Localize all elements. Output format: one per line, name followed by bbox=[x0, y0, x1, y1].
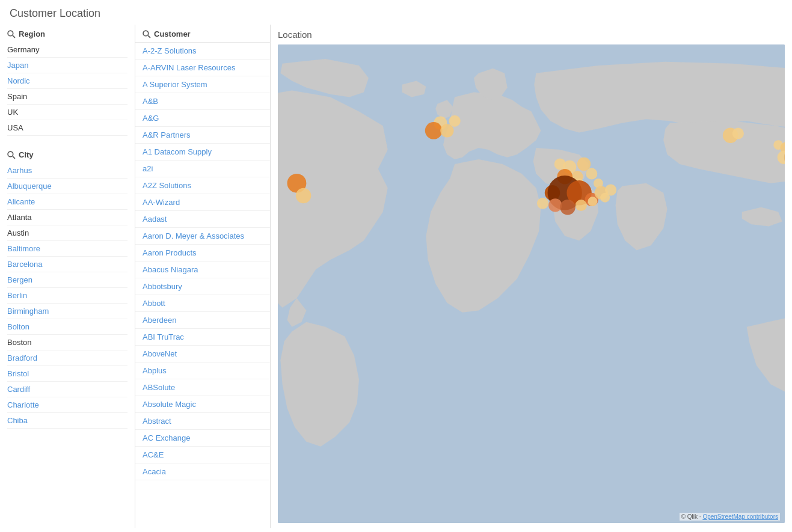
region-label: Region bbox=[19, 29, 45, 38]
city-item-aarhus[interactable]: Aarhus bbox=[7, 163, 127, 179]
city-header: City bbox=[7, 150, 127, 159]
svg-line-5 bbox=[148, 35, 150, 38]
city-item-chiba[interactable]: Chiba bbox=[7, 413, 127, 429]
list-item[interactable]: A&R Partners bbox=[135, 127, 270, 144]
svg-point-4 bbox=[143, 31, 149, 36]
list-item[interactable]: A Superior System bbox=[135, 76, 270, 93]
list-item[interactable]: Abbott bbox=[135, 295, 270, 312]
svg-point-27 bbox=[537, 198, 548, 209]
city-item-bergen[interactable]: Bergen bbox=[7, 272, 127, 288]
list-item[interactable]: AboveNet bbox=[135, 346, 270, 362]
svg-line-3 bbox=[13, 156, 15, 159]
city-item-albuquerque[interactable]: Albuquerque bbox=[7, 179, 127, 194]
svg-point-12 bbox=[449, 115, 461, 127]
svg-point-28 bbox=[548, 198, 562, 212]
list-item[interactable]: A-ARVIN Laser Resources bbox=[135, 60, 270, 76]
list-item[interactable]: Aadast bbox=[135, 211, 270, 228]
search-icon-customer bbox=[143, 30, 151, 38]
city-item-birmingham[interactable]: Birmingham bbox=[7, 304, 127, 319]
city-item-baltimore[interactable]: Baltimore bbox=[7, 241, 127, 257]
map-container: © Qlik · OpenStreetMap contributors bbox=[278, 44, 785, 523]
region-section: Region Germany Japan Nordic Spain UK USA bbox=[0, 25, 135, 136]
list-item[interactable]: a2i bbox=[135, 161, 270, 177]
city-item-boston[interactable]: Boston bbox=[7, 335, 127, 350]
page-title: Customer Location bbox=[0, 0, 792, 25]
region-header: Region bbox=[7, 29, 127, 38]
search-icon-city bbox=[7, 151, 16, 159]
list-item[interactable]: Abstract bbox=[135, 413, 270, 430]
customer-panel: Customer A-2-Z Solutions A-ARVIN Laser R… bbox=[135, 25, 271, 528]
svg-point-18 bbox=[586, 168, 597, 179]
region-item-germany[interactable]: Germany bbox=[7, 42, 127, 58]
svg-point-29 bbox=[560, 200, 575, 215]
svg-point-16 bbox=[554, 158, 566, 170]
customer-label: Customer bbox=[154, 29, 191, 38]
city-item-austin[interactable]: Austin bbox=[7, 225, 127, 241]
list-item[interactable]: A&G bbox=[135, 110, 270, 127]
region-item-nordic[interactable]: Nordic bbox=[7, 73, 127, 89]
city-section: City Aarhus Albuquerque Alicante Atlanta… bbox=[0, 145, 135, 429]
city-item-cardiff[interactable]: Cardiff bbox=[7, 382, 127, 397]
svg-point-34 bbox=[732, 128, 744, 139]
search-icon bbox=[7, 30, 16, 38]
right-panel: Location bbox=[271, 25, 792, 528]
customer-list: A-2-Z Solutions A-ARVIN Laser Resources … bbox=[135, 43, 270, 480]
location-title: Location bbox=[278, 29, 785, 40]
list-item[interactable]: A-2-Z Solutions bbox=[135, 43, 270, 60]
list-item[interactable]: ABI TruTrac bbox=[135, 329, 270, 346]
list-item[interactable]: AA-Wizard bbox=[135, 194, 270, 211]
city-item-bradford[interactable]: Bradford bbox=[7, 350, 127, 366]
region-item-japan[interactable]: Japan bbox=[7, 58, 127, 73]
city-list: Aarhus Albuquerque Alicante Atlanta Aust… bbox=[7, 163, 127, 429]
svg-point-32 bbox=[600, 193, 610, 203]
list-item[interactable]: A&B bbox=[135, 93, 270, 110]
list-item[interactable]: Aberdeen bbox=[135, 312, 270, 329]
svg-point-0 bbox=[8, 31, 13, 36]
city-item-bolton[interactable]: Bolton bbox=[7, 319, 127, 335]
list-item[interactable]: Abplus bbox=[135, 362, 270, 379]
city-item-berlin[interactable]: Berlin bbox=[7, 288, 127, 304]
left-panel: Region Germany Japan Nordic Spain UK USA… bbox=[0, 25, 135, 528]
svg-line-1 bbox=[13, 35, 15, 38]
region-item-spain[interactable]: Spain bbox=[7, 89, 127, 105]
svg-point-10 bbox=[425, 122, 443, 139]
region-item-uk[interactable]: UK bbox=[7, 105, 127, 120]
region-list: Germany Japan Nordic Spain UK USA bbox=[7, 42, 127, 136]
list-item[interactable]: A2Z Solutions bbox=[135, 177, 270, 194]
list-item[interactable]: ABSolute bbox=[135, 379, 270, 396]
list-item[interactable]: AC&E bbox=[135, 447, 270, 463]
city-label: City bbox=[19, 150, 34, 159]
list-item[interactable]: Absolute Magic bbox=[135, 396, 270, 413]
list-item[interactable]: Abacus Niagara bbox=[135, 261, 270, 278]
svg-point-30 bbox=[576, 200, 587, 211]
city-item-bristol[interactable]: Bristol bbox=[7, 366, 127, 382]
svg-point-8 bbox=[296, 188, 311, 203]
customer-header: Customer bbox=[135, 25, 270, 43]
svg-point-31 bbox=[588, 197, 597, 206]
city-item-atlanta[interactable]: Atlanta bbox=[7, 210, 127, 225]
openstreetmap-link[interactable]: OpenStreetMap contributors bbox=[702, 513, 778, 520]
map-svg bbox=[278, 44, 785, 523]
list-item[interactable]: Abbotsbury bbox=[135, 278, 270, 295]
city-item-alicante[interactable]: Alicante bbox=[7, 194, 127, 210]
region-item-usa[interactable]: USA bbox=[7, 120, 127, 136]
list-item[interactable]: Acacia bbox=[135, 463, 270, 480]
list-item[interactable]: Aaron D. Meyer & Associates bbox=[135, 228, 270, 245]
map-attribution: © Qlik · OpenStreetMap contributors bbox=[680, 513, 780, 521]
list-item[interactable]: AC Exchange bbox=[135, 430, 270, 447]
city-item-barcelona[interactable]: Barcelona bbox=[7, 257, 127, 272]
svg-point-2 bbox=[8, 151, 13, 157]
city-item-charlotte[interactable]: Charlotte bbox=[7, 397, 127, 413]
list-item[interactable]: Aaron Products bbox=[135, 245, 270, 261]
list-item[interactable]: A1 Datacom Supply bbox=[135, 144, 270, 161]
